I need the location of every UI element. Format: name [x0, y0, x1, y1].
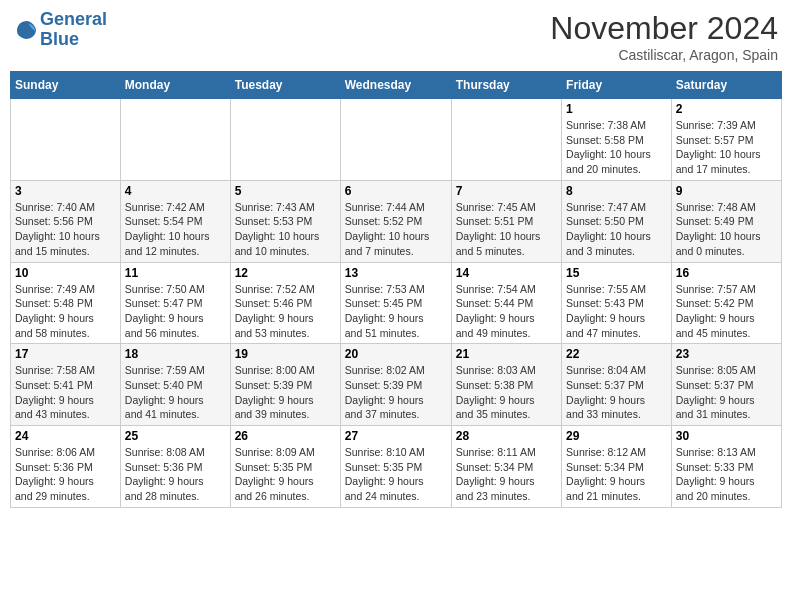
day-number: 8	[566, 184, 667, 198]
day-info: Sunrise: 7:48 AM Sunset: 5:49 PM Dayligh…	[676, 200, 777, 259]
table-row: 19Sunrise: 8:00 AM Sunset: 5:39 PM Dayli…	[230, 344, 340, 426]
table-row: 30Sunrise: 8:13 AM Sunset: 5:33 PM Dayli…	[671, 426, 781, 508]
day-info: Sunrise: 7:57 AM Sunset: 5:42 PM Dayligh…	[676, 282, 777, 341]
day-number: 19	[235, 347, 336, 361]
table-row: 18Sunrise: 7:59 AM Sunset: 5:40 PM Dayli…	[120, 344, 230, 426]
day-number: 6	[345, 184, 447, 198]
table-row: 29Sunrise: 8:12 AM Sunset: 5:34 PM Dayli…	[562, 426, 672, 508]
day-number: 7	[456, 184, 557, 198]
day-number: 25	[125, 429, 226, 443]
day-number: 14	[456, 266, 557, 280]
table-row: 10Sunrise: 7:49 AM Sunset: 5:48 PM Dayli…	[11, 262, 121, 344]
week-row-4: 24Sunrise: 8:06 AM Sunset: 5:36 PM Dayli…	[11, 426, 782, 508]
day-info: Sunrise: 7:47 AM Sunset: 5:50 PM Dayligh…	[566, 200, 667, 259]
day-info: Sunrise: 7:59 AM Sunset: 5:40 PM Dayligh…	[125, 363, 226, 422]
table-row: 8Sunrise: 7:47 AM Sunset: 5:50 PM Daylig…	[562, 180, 672, 262]
logo-text-line2: Blue	[40, 30, 107, 50]
day-info: Sunrise: 8:12 AM Sunset: 5:34 PM Dayligh…	[566, 445, 667, 504]
header-thursday: Thursday	[451, 72, 561, 99]
day-info: Sunrise: 7:40 AM Sunset: 5:56 PM Dayligh…	[15, 200, 116, 259]
day-info: Sunrise: 8:06 AM Sunset: 5:36 PM Dayligh…	[15, 445, 116, 504]
table-row: 28Sunrise: 8:11 AM Sunset: 5:34 PM Dayli…	[451, 426, 561, 508]
table-row: 15Sunrise: 7:55 AM Sunset: 5:43 PM Dayli…	[562, 262, 672, 344]
day-number: 11	[125, 266, 226, 280]
day-info: Sunrise: 7:43 AM Sunset: 5:53 PM Dayligh…	[235, 200, 336, 259]
table-row: 16Sunrise: 7:57 AM Sunset: 5:42 PM Dayli…	[671, 262, 781, 344]
day-info: Sunrise: 7:45 AM Sunset: 5:51 PM Dayligh…	[456, 200, 557, 259]
day-number: 16	[676, 266, 777, 280]
week-row-1: 3Sunrise: 7:40 AM Sunset: 5:56 PM Daylig…	[11, 180, 782, 262]
table-row: 27Sunrise: 8:10 AM Sunset: 5:35 PM Dayli…	[340, 426, 451, 508]
day-info: Sunrise: 8:13 AM Sunset: 5:33 PM Dayligh…	[676, 445, 777, 504]
table-row: 17Sunrise: 7:58 AM Sunset: 5:41 PM Dayli…	[11, 344, 121, 426]
week-row-0: 1Sunrise: 7:38 AM Sunset: 5:58 PM Daylig…	[11, 99, 782, 181]
table-row: 23Sunrise: 8:05 AM Sunset: 5:37 PM Dayli…	[671, 344, 781, 426]
month-title: November 2024	[550, 10, 778, 47]
day-info: Sunrise: 8:04 AM Sunset: 5:37 PM Dayligh…	[566, 363, 667, 422]
day-number: 12	[235, 266, 336, 280]
day-number: 15	[566, 266, 667, 280]
header-sunday: Sunday	[11, 72, 121, 99]
day-number: 9	[676, 184, 777, 198]
header-friday: Friday	[562, 72, 672, 99]
day-number: 3	[15, 184, 116, 198]
table-row: 6Sunrise: 7:44 AM Sunset: 5:52 PM Daylig…	[340, 180, 451, 262]
title-block: November 2024 Castiliscar, Aragon, Spain	[550, 10, 778, 63]
day-info: Sunrise: 8:03 AM Sunset: 5:38 PM Dayligh…	[456, 363, 557, 422]
page-header: General Blue November 2024 Castiliscar, …	[10, 10, 782, 63]
table-row: 26Sunrise: 8:09 AM Sunset: 5:35 PM Dayli…	[230, 426, 340, 508]
day-number: 5	[235, 184, 336, 198]
day-number: 13	[345, 266, 447, 280]
week-row-3: 17Sunrise: 7:58 AM Sunset: 5:41 PM Dayli…	[11, 344, 782, 426]
header-monday: Monday	[120, 72, 230, 99]
day-number: 21	[456, 347, 557, 361]
table-row: 5Sunrise: 7:43 AM Sunset: 5:53 PM Daylig…	[230, 180, 340, 262]
day-info: Sunrise: 7:54 AM Sunset: 5:44 PM Dayligh…	[456, 282, 557, 341]
day-info: Sunrise: 7:50 AM Sunset: 5:47 PM Dayligh…	[125, 282, 226, 341]
table-row: 25Sunrise: 8:08 AM Sunset: 5:36 PM Dayli…	[120, 426, 230, 508]
day-number: 27	[345, 429, 447, 443]
day-info: Sunrise: 7:42 AM Sunset: 5:54 PM Dayligh…	[125, 200, 226, 259]
table-row: 12Sunrise: 7:52 AM Sunset: 5:46 PM Dayli…	[230, 262, 340, 344]
header-wednesday: Wednesday	[340, 72, 451, 99]
location-subtitle: Castiliscar, Aragon, Spain	[550, 47, 778, 63]
day-info: Sunrise: 7:58 AM Sunset: 5:41 PM Dayligh…	[15, 363, 116, 422]
day-number: 30	[676, 429, 777, 443]
table-row: 7Sunrise: 7:45 AM Sunset: 5:51 PM Daylig…	[451, 180, 561, 262]
logo-icon	[14, 17, 38, 41]
day-number: 29	[566, 429, 667, 443]
day-number: 18	[125, 347, 226, 361]
day-number: 2	[676, 102, 777, 116]
header-tuesday: Tuesday	[230, 72, 340, 99]
table-row	[11, 99, 121, 181]
table-row: 2Sunrise: 7:39 AM Sunset: 5:57 PM Daylig…	[671, 99, 781, 181]
day-info: Sunrise: 7:44 AM Sunset: 5:52 PM Dayligh…	[345, 200, 447, 259]
table-row: 20Sunrise: 8:02 AM Sunset: 5:39 PM Dayli…	[340, 344, 451, 426]
table-row: 24Sunrise: 8:06 AM Sunset: 5:36 PM Dayli…	[11, 426, 121, 508]
day-number: 22	[566, 347, 667, 361]
day-info: Sunrise: 7:39 AM Sunset: 5:57 PM Dayligh…	[676, 118, 777, 177]
day-number: 1	[566, 102, 667, 116]
day-info: Sunrise: 8:05 AM Sunset: 5:37 PM Dayligh…	[676, 363, 777, 422]
day-number: 20	[345, 347, 447, 361]
day-number: 26	[235, 429, 336, 443]
day-info: Sunrise: 8:11 AM Sunset: 5:34 PM Dayligh…	[456, 445, 557, 504]
day-info: Sunrise: 8:02 AM Sunset: 5:39 PM Dayligh…	[345, 363, 447, 422]
table-row	[340, 99, 451, 181]
day-info: Sunrise: 7:38 AM Sunset: 5:58 PM Dayligh…	[566, 118, 667, 177]
day-info: Sunrise: 7:55 AM Sunset: 5:43 PM Dayligh…	[566, 282, 667, 341]
day-info: Sunrise: 8:00 AM Sunset: 5:39 PM Dayligh…	[235, 363, 336, 422]
table-row: 14Sunrise: 7:54 AM Sunset: 5:44 PM Dayli…	[451, 262, 561, 344]
table-row: 21Sunrise: 8:03 AM Sunset: 5:38 PM Dayli…	[451, 344, 561, 426]
day-info: Sunrise: 8:08 AM Sunset: 5:36 PM Dayligh…	[125, 445, 226, 504]
table-row: 3Sunrise: 7:40 AM Sunset: 5:56 PM Daylig…	[11, 180, 121, 262]
day-info: Sunrise: 7:52 AM Sunset: 5:46 PM Dayligh…	[235, 282, 336, 341]
day-info: Sunrise: 7:53 AM Sunset: 5:45 PM Dayligh…	[345, 282, 447, 341]
calendar-table: Sunday Monday Tuesday Wednesday Thursday…	[10, 71, 782, 508]
table-row: 11Sunrise: 7:50 AM Sunset: 5:47 PM Dayli…	[120, 262, 230, 344]
table-row: 1Sunrise: 7:38 AM Sunset: 5:58 PM Daylig…	[562, 99, 672, 181]
calendar-header-row: Sunday Monday Tuesday Wednesday Thursday…	[11, 72, 782, 99]
week-row-2: 10Sunrise: 7:49 AM Sunset: 5:48 PM Dayli…	[11, 262, 782, 344]
table-row: 13Sunrise: 7:53 AM Sunset: 5:45 PM Dayli…	[340, 262, 451, 344]
day-info: Sunrise: 7:49 AM Sunset: 5:48 PM Dayligh…	[15, 282, 116, 341]
